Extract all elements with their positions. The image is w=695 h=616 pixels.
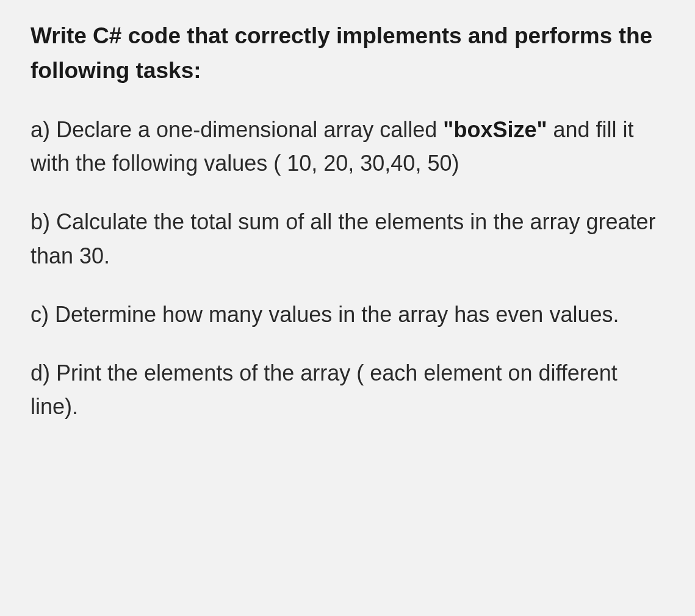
- task-b: b) Calculate the total sum of all the el…: [31, 205, 664, 273]
- task-d: d) Print the elements of the array ( eac…: [31, 356, 664, 424]
- heading: Write C# code that correctly implements …: [31, 18, 664, 88]
- document-content: Write C# code that correctly implements …: [31, 18, 664, 424]
- task-a-bold: "boxSize": [443, 117, 547, 142]
- task-a-pre: a) Declare a one-dimensional array calle…: [31, 117, 443, 142]
- task-a: a) Declare a one-dimensional array calle…: [31, 113, 664, 181]
- task-c: c) Determine how many values in the arra…: [31, 298, 664, 332]
